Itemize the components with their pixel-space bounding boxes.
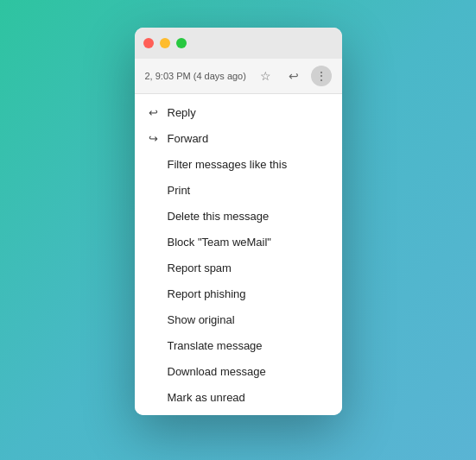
menu-item-unread[interactable]: Mark as unread	[135, 384, 342, 410]
email-header-bar: 2, 9:03 PM (4 days ago) ☆ ↩ ⋮	[135, 59, 342, 94]
menu-item-block[interactable]: Block "Team weMail"	[135, 229, 342, 255]
delete-label: Delete this message	[168, 210, 270, 223]
titlebar	[135, 28, 342, 59]
unread-label: Mark as unread	[168, 391, 245, 404]
block-icon	[147, 235, 161, 249]
forward-icon: ↪	[147, 131, 161, 145]
star-button[interactable]: ☆	[256, 66, 276, 86]
minimize-button[interactable]	[160, 38, 170, 48]
translate-icon	[147, 338, 161, 352]
block-label: Block "Team weMail"	[168, 236, 272, 249]
phishing-icon	[147, 287, 161, 300]
header-icon-group: ☆ ↩ ⋮	[256, 66, 332, 86]
menu-item-spam[interactable]: Report spam	[135, 255, 342, 280]
context-menu: ↩ Reply ↪ Forward Filter messages like t…	[135, 94, 342, 415]
menu-item-forward[interactable]: ↪ Forward	[135, 125, 342, 151]
email-timestamp: 2, 9:03 PM (4 days ago)	[145, 71, 256, 81]
reply-icon: ↩	[147, 105, 161, 119]
reply-button[interactable]: ↩	[283, 66, 304, 86]
more-options-button[interactable]: ⋮	[311, 66, 332, 86]
spam-icon	[147, 261, 161, 274]
download-label: Download message	[168, 365, 266, 378]
menu-item-translate[interactable]: Translate message	[135, 332, 342, 358]
menu-item-original[interactable]: Show original	[135, 306, 342, 332]
menu-item-phishing[interactable]: Report phishing	[135, 280, 342, 306]
delete-icon	[147, 209, 161, 223]
email-context-menu-window: 2, 9:03 PM (4 days ago) ☆ ↩ ⋮ ↩ Reply ↪ …	[135, 28, 342, 415]
download-icon	[147, 364, 161, 378]
close-button[interactable]	[143, 38, 154, 48]
print-icon	[147, 183, 161, 197]
spam-label: Report spam	[168, 262, 232, 274]
menu-item-download[interactable]: Download message	[135, 358, 342, 384]
filter-label: Filter messages like this	[168, 158, 288, 171]
reply-label: Reply	[168, 106, 196, 119]
menu-item-delete[interactable]: Delete this message	[135, 203, 342, 229]
original-icon	[147, 312, 161, 326]
unread-icon	[147, 390, 161, 404]
original-label: Show original	[168, 313, 235, 326]
filter-icon	[147, 157, 161, 171]
menu-item-print[interactable]: Print	[135, 177, 342, 203]
menu-item-filter[interactable]: Filter messages like this	[135, 151, 342, 177]
print-label: Print	[168, 184, 191, 197]
translate-label: Translate message	[168, 339, 263, 352]
phishing-label: Report phishing	[168, 287, 246, 300]
menu-item-reply[interactable]: ↩ Reply	[135, 99, 342, 125]
maximize-button[interactable]	[176, 38, 187, 48]
forward-label: Forward	[168, 132, 209, 145]
